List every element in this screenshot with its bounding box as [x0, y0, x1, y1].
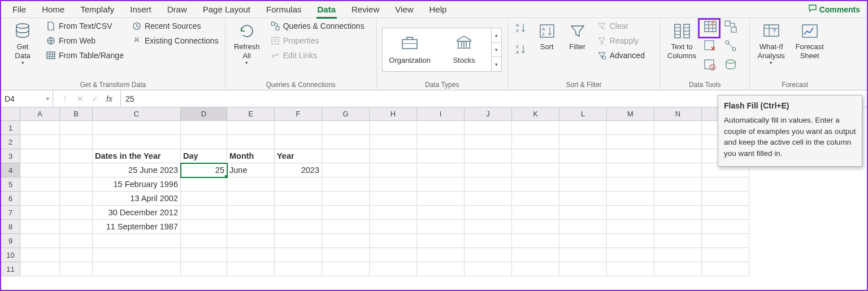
cell[interactable] — [512, 262, 559, 276]
cell[interactable] — [60, 121, 93, 135]
cell[interactable] — [417, 234, 465, 248]
from-web-button[interactable]: From Web — [44, 34, 125, 47]
cell[interactable] — [702, 206, 749, 220]
cell[interactable] — [512, 121, 559, 135]
cell[interactable]: Year — [275, 149, 322, 163]
cell[interactable] — [20, 262, 60, 276]
cell[interactable] — [559, 220, 607, 234]
cell[interactable] — [465, 121, 512, 135]
text-to-columns-button[interactable]: Text to Columns — [665, 20, 699, 61]
cell[interactable] — [607, 121, 654, 135]
cell[interactable] — [654, 177, 702, 192]
cell[interactable] — [370, 149, 417, 163]
cell[interactable] — [465, 248, 512, 262]
cell[interactable]: Dates in the Year — [93, 149, 181, 163]
edit-links-button[interactable]: Edit Links — [268, 49, 366, 62]
cell[interactable] — [60, 262, 93, 276]
cell[interactable] — [181, 206, 227, 220]
cell[interactable] — [559, 121, 607, 135]
cell[interactable] — [607, 135, 654, 149]
row-header[interactable]: 1 — [1, 121, 20, 135]
cell[interactable] — [20, 121, 60, 135]
tab-home[interactable]: Home — [34, 1, 72, 18]
cell[interactable] — [322, 220, 370, 234]
cell[interactable] — [20, 149, 60, 163]
cell[interactable] — [60, 163, 93, 177]
cell[interactable] — [60, 248, 93, 262]
cell[interactable] — [370, 220, 417, 234]
cell[interactable] — [227, 234, 275, 248]
cell[interactable] — [60, 192, 93, 206]
cell[interactable] — [227, 121, 275, 135]
cell[interactable] — [20, 206, 60, 220]
cell[interactable] — [702, 262, 749, 276]
col-header[interactable]: B — [60, 107, 93, 121]
refresh-all-button[interactable]: Refresh All ▾ — [230, 20, 264, 67]
cell[interactable] — [181, 234, 227, 248]
cell[interactable] — [60, 135, 93, 149]
row-header[interactable]: 10 — [1, 248, 20, 262]
tab-draw[interactable]: Draw — [159, 1, 195, 18]
tab-templafy[interactable]: Templafy — [72, 1, 122, 18]
cell[interactable] — [702, 192, 749, 206]
cell[interactable] — [93, 121, 181, 135]
cell[interactable] — [512, 163, 559, 177]
cell[interactable] — [370, 163, 417, 177]
forecast-sheet-button[interactable]: Forecast Sheet — [793, 20, 827, 61]
cell[interactable] — [322, 177, 370, 192]
col-header[interactable]: A — [20, 107, 60, 121]
cell[interactable] — [654, 220, 702, 234]
data-validation-button[interactable] — [704, 58, 718, 73]
cell[interactable] — [702, 220, 749, 234]
cell[interactable] — [417, 121, 465, 135]
cell[interactable] — [559, 262, 607, 276]
cell[interactable] — [370, 206, 417, 220]
cell[interactable] — [654, 262, 702, 276]
cell[interactable]: 2023 — [275, 163, 322, 177]
cell[interactable] — [275, 121, 322, 135]
data-type-organization[interactable]: Organization — [383, 28, 437, 71]
cell[interactable]: 25 — [181, 163, 227, 177]
cell[interactable] — [275, 192, 322, 206]
cell[interactable] — [227, 177, 275, 192]
cell[interactable] — [654, 206, 702, 220]
data-model-button[interactable] — [724, 58, 739, 73]
cell[interactable] — [559, 234, 607, 248]
sort-button[interactable]: AZ Sort — [534, 20, 560, 53]
fx-icon[interactable]: fx — [106, 94, 112, 103]
tab-file[interactable]: File — [5, 1, 34, 18]
what-if-button[interactable]: ? What-If Analysis ▾ — [754, 20, 788, 67]
cell[interactable] — [227, 135, 275, 149]
cell[interactable] — [465, 206, 512, 220]
chevron-down-icon[interactable]: ▾ — [492, 43, 501, 58]
cell[interactable] — [370, 262, 417, 276]
cell[interactable] — [20, 192, 60, 206]
cell[interactable] — [559, 248, 607, 262]
col-header[interactable]: K — [512, 107, 559, 121]
clear-filter-button[interactable]: Clear — [595, 20, 646, 32]
col-header[interactable]: C — [93, 107, 181, 121]
cell[interactable]: 13 April 2002 — [93, 192, 181, 206]
cell[interactable]: 11 September 1987 — [93, 220, 181, 234]
cell[interactable] — [20, 177, 60, 192]
queries-connections-button[interactable]: Queries & Connections — [268, 20, 366, 32]
cell[interactable] — [370, 192, 417, 206]
cell[interactable] — [702, 177, 749, 192]
cell[interactable] — [322, 121, 370, 135]
col-header[interactable]: G — [322, 107, 370, 121]
cell[interactable] — [370, 248, 417, 262]
cell[interactable] — [607, 248, 654, 262]
col-header[interactable]: M — [607, 107, 654, 121]
cell[interactable] — [702, 248, 749, 262]
cell[interactable] — [559, 192, 607, 206]
cell[interactable] — [607, 262, 654, 276]
row-header[interactable]: 6 — [1, 192, 20, 206]
cell[interactable] — [607, 163, 654, 177]
cell[interactable] — [607, 206, 654, 220]
cell[interactable] — [322, 135, 370, 149]
properties-button[interactable]: Properties — [268, 34, 366, 47]
cell[interactable] — [370, 135, 417, 149]
row-header[interactable]: 8 — [1, 220, 20, 234]
cell[interactable] — [322, 262, 370, 276]
cell[interactable] — [465, 262, 512, 276]
